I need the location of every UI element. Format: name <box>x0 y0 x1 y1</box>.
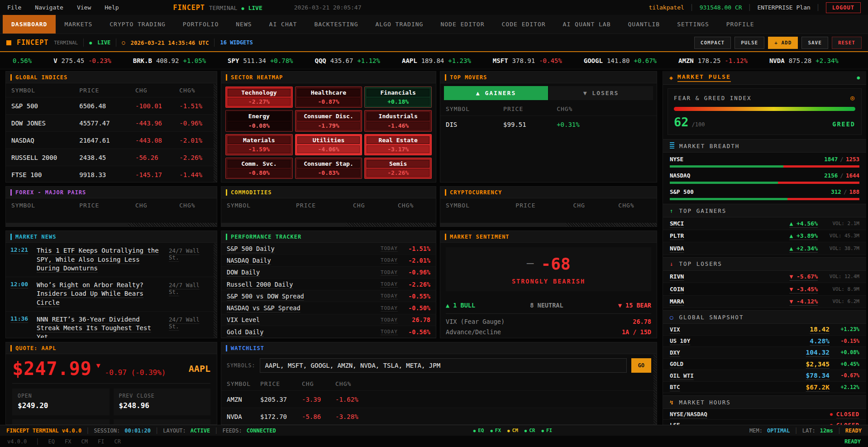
watchlist-symbols-input[interactable] <box>260 358 626 373</box>
tab-backtesting[interactable]: BACKTESTING <box>305 15 367 34</box>
sidebar-mover-row[interactable]: RIVN▼ -5.67%VOL: 12.4M <box>663 271 866 284</box>
ticker-item[interactable]: V275.45-0.23% <box>43 57 122 64</box>
sector-tile-technology[interactable]: Technology-2.27% <box>225 87 293 108</box>
scrollbar-horizontal[interactable] <box>440 223 657 226</box>
tab-code-editor[interactable]: CODE EDITOR <box>493 15 554 34</box>
scrollbar-thumb[interactable] <box>221 223 346 226</box>
menu-navigate[interactable]: Navigate <box>35 4 63 11</box>
column-header: CHG% <box>179 202 211 209</box>
save-button[interactable]: SAVE <box>801 37 828 49</box>
ticker-item[interactable]: MSFT378.91-0.45% <box>482 57 573 64</box>
snapshot-row[interactable]: VIX18.42+1.23% <box>663 324 866 336</box>
performance-row[interactable]: DOW DailyTODAY-0.96% <box>221 267 436 279</box>
scrollbar-thumb[interactable] <box>6 223 128 226</box>
snapshot-name: BTC <box>670 384 680 390</box>
tab-ai-quant-lab[interactable]: AI QUANT LAB <box>554 15 620 34</box>
performance-row[interactable]: S&P 500 DailyTODAY-1.51% <box>221 243 436 255</box>
menu-file[interactable]: File <box>7 4 21 11</box>
sector-change: -2.27% <box>228 98 291 106</box>
snapshot-row[interactable]: BTC$67.2K+2.12% <box>663 382 866 394</box>
news-item[interactable]: 12:00Who’s Right on Arbor Realty? Inside… <box>6 277 217 312</box>
news-item[interactable]: 11:36NNN REIT’s 36-Year Dividend Streak … <box>6 312 217 338</box>
watchlist-row[interactable]: AMZN$205.37-3.39-1.62% <box>221 390 657 408</box>
tab-node-editor[interactable]: NODE EDITOR <box>432 15 493 34</box>
sidebar-mover-row[interactable]: NVDA▲ +2.34%VOL: 38.7M <box>663 242 866 255</box>
index-row[interactable]: FTSE 1009918.33-145.17-1.44% <box>6 166 217 183</box>
watchlist-row[interactable]: NVDA$172.70-5.86-3.28% <box>221 408 657 425</box>
logout-button[interactable]: LOGOUT <box>826 2 861 13</box>
news-item[interactable]: 12:21This 1 ETF Keeps Outrallying the SP… <box>6 243 217 277</box>
reset-button[interactable]: RESET <box>832 37 862 49</box>
add-button[interactable]: + ADD <box>768 37 798 49</box>
pulse-button[interactable]: PULSE <box>734 37 764 49</box>
ticker-item[interactable]: 0.56% <box>0 57 43 64</box>
sector-tile-comm-svc[interactable]: Comm. Svc.-0.80% <box>225 158 293 179</box>
tab-news[interactable]: NEWS <box>227 15 260 34</box>
sidebar-mover-row[interactable]: COIN▼ -3.45%VOL: 8.9M <box>663 283 866 296</box>
menu-help[interactable]: Help <box>105 4 119 11</box>
index-row[interactable]: S&P 5006506.48-100.01-1.51% <box>6 97 217 114</box>
tab-quantlib[interactable]: QUANTLIB <box>620 15 669 34</box>
index-row[interactable]: RUSSELL 20002438.45-56.26-2.26% <box>6 149 217 166</box>
ticker-item[interactable]: AAPL189.84+1.23% <box>391 57 482 64</box>
performance-row[interactable]: Russell 2000 DailyTODAY-2.26% <box>221 279 436 290</box>
snapshot-row[interactable]: US 10Y4.28%-0.15% <box>663 336 866 347</box>
sector-tile-semis[interactable]: Semis-2.26% <box>364 158 432 179</box>
scrollbar-vertical[interactable] <box>214 84 217 182</box>
sector-tile-consumer-disc[interactable]: Consumer Disc.-1.79% <box>295 110 362 131</box>
performance-row[interactable]: Gold DailyTODAY-0.56% <box>221 326 436 338</box>
scrollbar-vertical[interactable] <box>653 355 657 424</box>
quote-stat-cards: OPEN$249.20PREV CLOSE$248.96HIGHLOW <box>6 385 217 425</box>
ticker-item[interactable]: NVDA875.28+2.34% <box>758 57 849 64</box>
tab-portfolio[interactable]: PORTFOLIO <box>174 15 227 34</box>
tab-dashboard[interactable]: DASHBOARD <box>3 15 56 34</box>
tab-markets[interactable]: MARKETS <box>56 15 101 34</box>
tab-profile[interactable]: PROFILE <box>718 15 763 34</box>
index-row[interactable]: DOW JONES45577.47-443.96-0.96% <box>6 114 217 131</box>
compact-button[interactable]: COMPACT <box>694 37 731 49</box>
snapshot-row[interactable]: GOLD$2,345+0.45% <box>663 359 866 370</box>
tab-gainers[interactable]: ▲ GAINERS <box>444 86 548 100</box>
scrollbar-horizontal[interactable] <box>6 223 217 226</box>
ticker-item[interactable]: QQQ435.67+1.12% <box>304 57 391 64</box>
performance-row[interactable]: S&P 500 vs DOW SpreadTODAY-0.55% <box>221 290 436 302</box>
ticker-change: +1.12% <box>357 57 380 64</box>
ready-status: READY <box>845 428 862 434</box>
ticker-item[interactable]: AMZN178.25-1.12% <box>668 57 758 64</box>
sidebar-mover-row[interactable]: SMCI▲ +4.56%VOL: 2.1M <box>663 217 866 230</box>
separator: │ <box>36 438 39 445</box>
performance-row[interactable]: NASDAQ vs S&P SpreadTODAY-0.50% <box>221 302 436 314</box>
tab-crypto-trading[interactable]: CRYPTO TRADING <box>101 15 174 34</box>
snapshot-row[interactable]: OIL WTI$78.34-0.67% <box>663 370 866 382</box>
snapshot-row[interactable]: DXY104.32+0.08% <box>663 347 866 359</box>
sector-tile-financials[interactable]: Financials+0.18% <box>364 87 432 108</box>
subheader-buttons: COMPACTPULSE+ ADDSAVERESET <box>694 37 862 49</box>
ticker-item[interactable]: SPY511.34+0.78% <box>217 57 304 64</box>
scrollbar-horizontal[interactable] <box>221 223 436 226</box>
sector-tile-healthcare[interactable]: Healthcare-0.87% <box>295 87 362 108</box>
sector-tile-consumer-stap[interactable]: Consumer Stap.-0.83% <box>295 158 362 179</box>
sector-tile-materials[interactable]: Materials-1.59% <box>225 134 293 155</box>
feed-label: FI <box>546 428 552 433</box>
sector-tile-industrials[interactable]: Industrials-1.46% <box>364 110 432 131</box>
sidebar-mover-row[interactable]: PLTR▲ +3.89%VOL: 45.3M <box>663 230 866 243</box>
sector-tile-utilities[interactable]: Utilities-4.06% <box>295 134 362 155</box>
ticker-item[interactable]: GOOGL141.80+0.67% <box>573 57 668 64</box>
go-button[interactable]: GO <box>631 358 651 373</box>
tab-ai-chat[interactable]: AI CHAT <box>261 15 306 34</box>
sector-tile-real-estate[interactable]: Real Estate-3.17% <box>364 134 432 155</box>
layout-label: LAYOUT: <box>163 428 186 434</box>
tab-settings[interactable]: SETTINGS <box>668 15 718 34</box>
scrollbar-vertical[interactable] <box>214 243 217 338</box>
ticker-item[interactable]: BRK.B408.92+1.05% <box>122 57 217 64</box>
sidebar-mover-row[interactable]: MARA▼ -4.12%VOL: 6.2M <box>663 296 866 308</box>
performance-row[interactable]: VIX LevelTODAY26.78 <box>221 314 436 326</box>
scrollbar-thumb[interactable] <box>440 223 566 226</box>
menu-view[interactable]: View <box>77 4 91 11</box>
sector-tile-energy[interactable]: Energy-0.08% <box>225 110 293 131</box>
tab-losers[interactable]: ▼ LOSERS <box>549 86 653 100</box>
tab-algo-trading[interactable]: ALGO TRADING <box>367 15 432 34</box>
index-row[interactable]: NASDAQ21647.61-443.08-2.01% <box>6 131 217 149</box>
mover-row[interactable]: DIS$99.51+0.31% <box>440 115 657 133</box>
performance-row[interactable]: NASDAQ DailyTODAY-2.01% <box>221 255 436 266</box>
